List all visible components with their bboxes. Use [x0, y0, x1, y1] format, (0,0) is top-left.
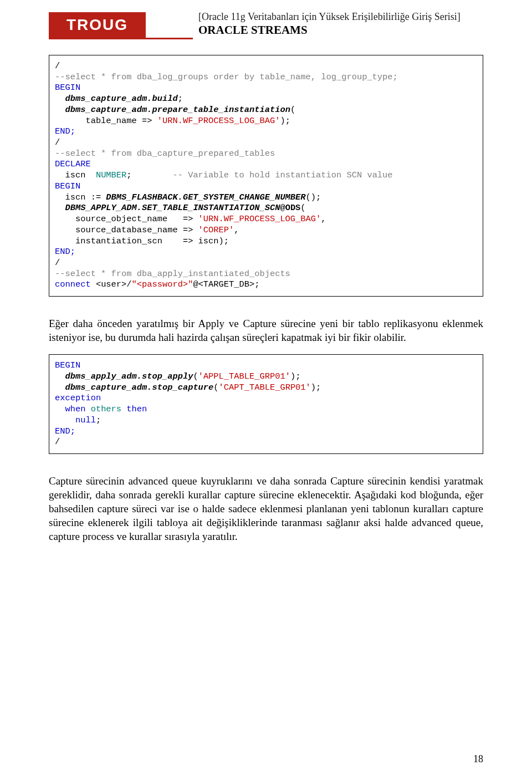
code-punct: (	[290, 105, 295, 115]
code-line: table_name => 'URN.WF_PROCESS_LOG_BAG');	[55, 116, 477, 127]
code-punct: );	[311, 382, 321, 392]
code-string: 'URN.WF_PROCESS_LOG_BAG'	[157, 116, 280, 126]
code-then: then	[121, 404, 147, 414]
code-line: dbms_capture_adm.build;	[55, 94, 477, 105]
code-call: DBMS_FLASHBACK.GET_SYSTEM_CHANGE_NUMBER	[106, 192, 305, 202]
code-arg: source_object_name =>	[55, 214, 198, 224]
code-string: 'APPL_TABLE_GRP01'	[198, 371, 290, 381]
code-others: others	[91, 404, 121, 414]
code-arg: table_name =>	[55, 116, 157, 126]
code-keyword: END;	[55, 426, 477, 437]
code-punct: ,	[234, 225, 239, 235]
code-type: NUMBER	[96, 170, 126, 180]
code-indent	[55, 94, 65, 104]
code-line: source_database_name => 'COREP',	[55, 225, 477, 236]
code-conn-db: @<TARGET_DB>;	[193, 279, 259, 289]
logo-block: TROUG	[49, 12, 193, 39]
code-keyword: BEGIN	[55, 360, 477, 371]
code-line: dbms_apply_adm.stop_apply('APPL_TABLE_GR…	[55, 371, 477, 382]
code-punct: ;	[96, 415, 101, 425]
code-line: dbms_capture_adm.stop_capture('CAPT_TABL…	[55, 382, 477, 394]
code-keyword: BEGIN	[55, 181, 477, 192]
code-call: dbms_capture_adm.stop_capture	[65, 382, 213, 392]
code-line: instantiation_scn => iscn);	[55, 236, 477, 247]
code-string: 'COREP'	[198, 225, 234, 235]
code-punct: ();	[306, 192, 321, 202]
code-indent	[55, 382, 65, 392]
code-keyword: DECLARE	[55, 159, 477, 170]
code-conn-pass: "<password>"	[132, 279, 193, 289]
header-text: [Oracle 11g Veritabanları için Yüksek Er…	[198, 11, 461, 37]
code-comment: --select * from dba_apply_instantiated_o…	[55, 269, 477, 280]
code-indent	[55, 371, 65, 381]
series-title: [Oracle 11g Veritabanları için Yüksek Er…	[198, 11, 461, 23]
code-comment: -- Variable to hold instantiation SCN va…	[172, 170, 392, 180]
code-indent	[55, 415, 75, 425]
code-line: iscn NUMBER; -- Variable to hold instant…	[55, 170, 477, 181]
paragraph-1: Eğer daha önceden yaratılmış bir Apply v…	[49, 317, 483, 344]
logo-label: TROUG	[49, 12, 146, 38]
header-rule	[49, 38, 193, 39]
code-block-2: BEGIN dbms_apply_adm.stop_apply('APPL_TA…	[49, 354, 483, 454]
code-var: iscn	[55, 170, 96, 180]
page-number: 18	[473, 753, 483, 765]
code-punct: (	[193, 371, 198, 381]
code-block-1: / --select * from dba_log_groups order b…	[49, 55, 483, 297]
code-comment: --select * from dba_capture_prepared_tab…	[55, 149, 477, 160]
code-punct: ;	[178, 94, 183, 104]
code-punct: ,	[321, 214, 326, 224]
code-slash: /	[55, 137, 477, 149]
code-keyword: exception	[55, 393, 477, 404]
code-line: iscn := DBMS_FLASHBACK.GET_SYSTEM_CHANGE…	[55, 192, 477, 203]
page-header: TROUG [Oracle 11g Veritabanları için Yük…	[49, 12, 483, 39]
code-connect: connect	[55, 279, 91, 289]
code-punct: ;	[126, 170, 172, 180]
code-call: dbms_capture_adm.build	[65, 94, 177, 104]
code-line: connect <user>/"<password>"@<TARGET_DB>;	[55, 279, 477, 290]
code-punct: (	[300, 203, 305, 213]
code-punct: );	[290, 371, 300, 381]
code-string: 'URN.WF_PROCESS_LOG_BAG'	[198, 214, 321, 224]
code-null: null	[75, 415, 96, 425]
code-punct: (	[213, 382, 218, 392]
code-call: DBMS_APPLY_ADM.SET_TABLE_INSTANTIATION_S…	[65, 203, 280, 213]
code-line: /	[55, 61, 477, 72]
topic-title: ORACLE STREAMS	[198, 23, 461, 37]
paragraph-2: Capture sürecinin advanced queue kuyrukl…	[49, 474, 483, 543]
code-line: null;	[55, 415, 477, 426]
code-conn-user: <user>/	[91, 279, 132, 289]
code-keyword: BEGIN	[55, 83, 477, 94]
code-line: when others then	[55, 404, 477, 415]
code-slash: /	[55, 258, 477, 269]
code-call: dbms_capture_adm.prepare_table_instantia…	[65, 105, 290, 115]
code-keyword: END;	[55, 247, 477, 258]
code-line: source_object_name => 'URN.WF_PROCESS_LO…	[55, 214, 477, 225]
code-dblink: @ODS	[280, 203, 300, 213]
code-line: DBMS_APPLY_ADM.SET_TABLE_INSTANTIATION_S…	[55, 203, 477, 214]
code-assign: iscn :=	[55, 192, 106, 202]
code-when: when	[55, 404, 91, 414]
code-indent	[55, 203, 65, 213]
code-punct: );	[280, 116, 290, 126]
code-arg: source_database_name =>	[55, 225, 198, 235]
code-call: dbms_apply_adm.stop_apply	[65, 371, 193, 381]
code-keyword: END;	[55, 126, 477, 137]
code-indent	[55, 105, 65, 115]
code-comment: --select * from dba_log_groups order by …	[55, 72, 477, 83]
code-line: dbms_capture_adm.prepare_table_instantia…	[55, 105, 477, 116]
code-string: 'CAPT_TABLE_GRP01'	[219, 382, 311, 392]
code-slash: /	[55, 437, 477, 448]
